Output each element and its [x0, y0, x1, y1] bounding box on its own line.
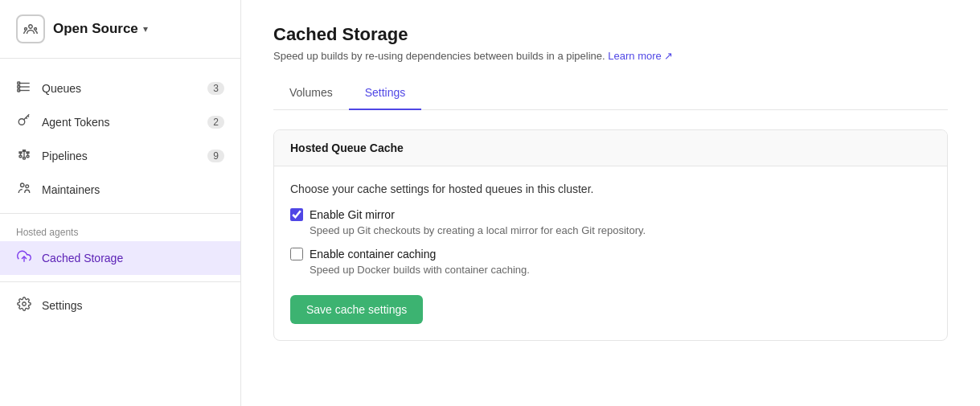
- sidebar-item-pipelines[interactable]: Pipelines 9: [0, 139, 240, 173]
- gear-icon: [16, 297, 32, 314]
- queues-label: Queues: [42, 82, 81, 95]
- pipelines-label: Pipelines: [42, 150, 88, 162]
- checkbox-label-container-caching[interactable]: Enable container caching: [290, 248, 931, 260]
- sidebar: Open Source ▾: [0, 0, 241, 406]
- sidebar-header: Open Source ▾: [0, 0, 240, 59]
- hosted-agents-label: Hosted agents: [0, 220, 240, 241]
- svg-point-9: [18, 119, 25, 125]
- sidebar-item-agent-tokens[interactable]: Agent Tokens 2: [0, 105, 240, 139]
- sidebar-nav: Queues 3 Agent Tokens 2: [0, 59, 240, 335]
- svg-rect-12: [27, 156, 29, 158]
- checkbox-item-container-caching: Enable container caching Speed up Docker…: [290, 248, 931, 276]
- checkbox-container-caching[interactable]: [290, 248, 303, 260]
- agent-tokens-label: Agent Tokens: [42, 116, 110, 129]
- save-cache-settings-button[interactable]: Save cache settings: [290, 295, 423, 324]
- container-caching-description: Speed up Docker builds with container ca…: [310, 264, 931, 276]
- container-caching-label: Enable container caching: [310, 248, 436, 260]
- sidebar-divider-2: [0, 281, 240, 282]
- card-header: Hosted Queue Cache: [274, 130, 947, 166]
- main-content: Cached Storage Speed up builds by re-usi…: [241, 0, 980, 406]
- checkbox-git-mirror[interactable]: [290, 208, 303, 221]
- key-icon: [16, 113, 32, 131]
- learn-more-link[interactable]: Learn more ↗: [608, 50, 673, 62]
- pipelines-icon: [16, 147, 32, 165]
- checkbox-label-git-mirror[interactable]: Enable Git mirror: [290, 208, 931, 221]
- hosted-queue-cache-card: Hosted Queue Cache Choose your cache set…: [273, 129, 948, 341]
- svg-point-16: [23, 302, 27, 306]
- svg-point-13: [21, 183, 25, 187]
- sidebar-divider-1: [0, 213, 240, 214]
- git-mirror-description: Speed up Git checkouts by creating a loc…: [310, 224, 931, 236]
- settings-label: Settings: [42, 299, 83, 312]
- git-mirror-label: Enable Git mirror: [310, 208, 395, 221]
- sidebar-brand-button[interactable]: Open Source ▾: [53, 21, 148, 37]
- svg-rect-10: [19, 156, 22, 158]
- maintainers-icon: [16, 181, 32, 199]
- tab-settings[interactable]: Settings: [349, 78, 422, 110]
- checkbox-item-git-mirror: Enable Git mirror Speed up Git checkouts…: [290, 208, 931, 236]
- page-subtitle: Speed up builds by re-using dependencies…: [273, 50, 948, 62]
- page-title: Cached Storage: [273, 24, 948, 45]
- card-description: Choose your cache settings for hosted qu…: [290, 182, 931, 195]
- sidebar-item-queues[interactable]: Queues 3: [0, 72, 240, 105]
- card-body: Choose your cache settings for hosted qu…: [274, 166, 947, 340]
- sidebar-item-maintainers[interactable]: Maintainers: [0, 173, 240, 207]
- tab-volumes[interactable]: Volumes: [273, 78, 349, 110]
- agent-tokens-badge: 2: [207, 116, 224, 129]
- svg-rect-11: [23, 158, 26, 159]
- tabs-container: Volumes Settings: [273, 78, 948, 110]
- page-subtitle-text: Speed up builds by re-using dependencies…: [273, 50, 605, 62]
- sidebar-chevron-icon: ▾: [143, 23, 148, 35]
- sidebar-item-settings[interactable]: Settings: [0, 289, 240, 322]
- maintainers-label: Maintainers: [42, 183, 100, 196]
- svg-point-0: [29, 25, 33, 29]
- svg-point-14: [26, 185, 29, 188]
- cloud-upload-icon: [16, 249, 32, 267]
- checkbox-group: Enable Git mirror Speed up Git checkouts…: [290, 208, 931, 276]
- queues-icon: [16, 80, 32, 97]
- cached-storage-label: Cached Storage: [42, 252, 123, 265]
- pipelines-badge: 9: [207, 150, 224, 162]
- card-header-title: Hosted Queue Cache: [290, 141, 404, 154]
- sidebar-brand-name: Open Source: [53, 21, 138, 37]
- sidebar-logo: [16, 14, 45, 43]
- svg-point-2: [35, 28, 37, 31]
- org-icon: [23, 22, 38, 36]
- queues-badge: 3: [207, 82, 224, 95]
- svg-point-1: [25, 28, 27, 31]
- sidebar-item-cached-storage[interactable]: Cached Storage: [0, 241, 240, 275]
